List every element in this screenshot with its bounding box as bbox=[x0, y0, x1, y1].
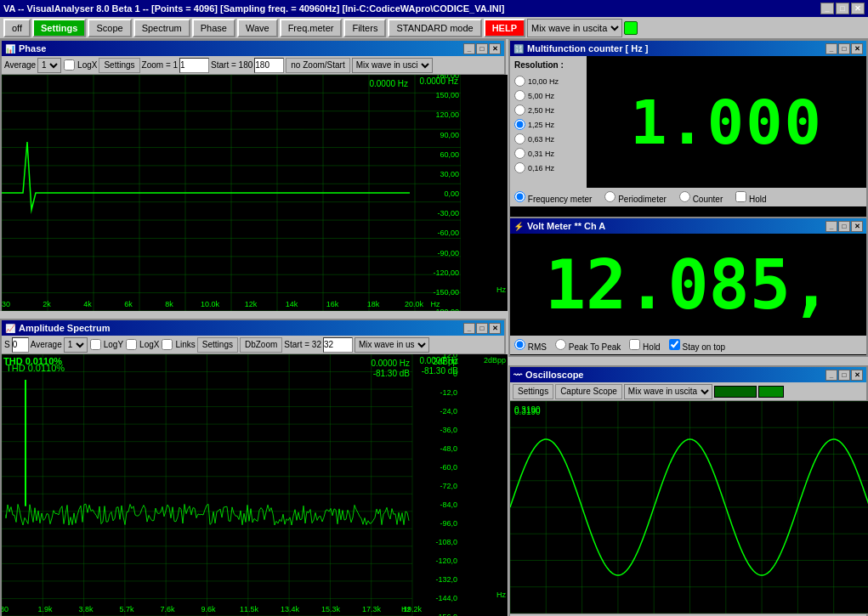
osc-level-indicator bbox=[714, 386, 757, 398]
start-label2: Start = 32 bbox=[284, 340, 321, 349]
counter-radio[interactable]: Counter bbox=[679, 191, 723, 204]
osc-minimize[interactable]: _ bbox=[825, 370, 837, 381]
db-pp-label: 2dBpp bbox=[461, 356, 508, 365]
close-button[interactable]: ✕ bbox=[851, 3, 865, 14]
res-0_63hz[interactable]: 0,63 Hz bbox=[514, 133, 582, 144]
zoom-input[interactable] bbox=[179, 58, 209, 73]
osc-level-indicator2 bbox=[758, 386, 784, 398]
phase-close[interactable]: ✕ bbox=[489, 43, 501, 54]
avg-select[interactable]: 1 bbox=[64, 337, 88, 353]
freq-meter-button[interactable]: Freq.meter bbox=[280, 19, 343, 37]
average-select[interactable]: 1 bbox=[37, 58, 61, 73]
counter-window-buttons: _ □ ✕ bbox=[825, 43, 863, 54]
res-0_16hz[interactable]: 0,16 Hz bbox=[514, 162, 582, 173]
app-title: VA -- VisualAnalyser 8.0 Beta 1 -- [Poin… bbox=[3, 3, 504, 14]
counter-close[interactable]: ✕ bbox=[851, 43, 863, 54]
osc-close[interactable]: ✕ bbox=[851, 370, 863, 381]
s-input[interactable] bbox=[12, 337, 29, 353]
counter-titlebar: 🔢 Multifunction counter [ Hz ] _ □ ✕ bbox=[510, 41, 866, 56]
maximize-button[interactable]: □ bbox=[836, 3, 849, 14]
voltmeter-icon: ⚡ bbox=[513, 222, 524, 231]
spectrum-toolbar: S Average 1 LogY LogX Links Settings DbZ… bbox=[2, 336, 504, 354]
standard-mode-button[interactable]: STANDARD mode bbox=[388, 19, 481, 37]
spectrum-button[interactable]: Spectrum bbox=[133, 19, 190, 37]
wave-button[interactable]: Wave bbox=[237, 19, 278, 37]
settings-button[interactable]: Settings bbox=[32, 19, 86, 37]
phase-button[interactable]: Phase bbox=[192, 19, 235, 37]
voltmeter-minimize[interactable]: _ bbox=[825, 221, 837, 232]
settings-btn[interactable]: Settings bbox=[99, 58, 139, 73]
logx-checkbox[interactable] bbox=[64, 59, 75, 71]
phase-toolbar: Average 1 LogX Settings Zoom = 1 Start =… bbox=[2, 56, 504, 75]
hold-checkbox[interactable]: Hold bbox=[735, 191, 766, 204]
dbzoom-btn[interactable]: DbZoom bbox=[240, 337, 282, 353]
rms-radio[interactable]: RMS bbox=[514, 339, 547, 352]
logx-checkbox2[interactable] bbox=[126, 339, 137, 350]
oscilloscope-toolbar: Settings Capture Scope Mix wave in uscit… bbox=[510, 382, 866, 401]
spectrum-mix-select[interactable]: Mix wave in us bbox=[355, 337, 429, 353]
stay-on-top-checkbox[interactable]: Stay on top bbox=[669, 339, 725, 352]
res-2_5hz[interactable]: 2,50 Hz bbox=[514, 105, 582, 116]
periodimeter-radio[interactable]: Periodimeter bbox=[604, 191, 666, 204]
spectrum-minimize[interactable]: _ bbox=[463, 323, 475, 334]
title-bar: VA -- VisualAnalyser 8.0 Beta 1 -- [Poin… bbox=[0, 0, 868, 17]
links-checkbox[interactable] bbox=[162, 339, 173, 350]
oscilloscope-chart bbox=[510, 401, 868, 613]
voltmeter-window-buttons: _ □ ✕ bbox=[825, 221, 863, 232]
spectrum-icon: 📈 bbox=[5, 324, 15, 333]
s-label: S bbox=[4, 340, 10, 349]
peak-peak-radio[interactable]: Peak To Peak bbox=[555, 339, 621, 352]
res-1_25hz[interactable]: 1,25 Hz bbox=[514, 119, 582, 130]
spectrum-maximize[interactable]: □ bbox=[476, 323, 488, 334]
spectrum-settings-btn[interactable]: Settings bbox=[197, 337, 238, 353]
zoom-label: Zoom = 1 bbox=[142, 60, 179, 70]
minimize-button[interactable]: _ bbox=[820, 3, 834, 14]
oscilloscope-chart-container: 0.3190 bbox=[510, 401, 866, 613]
spectrum-freq-value: 0.0000 Hz bbox=[419, 356, 458, 365]
voltmeter-maximize[interactable]: □ bbox=[838, 221, 850, 232]
voltmeter-footer: RMS Peak To Peak Hold Stay on top bbox=[510, 336, 866, 354]
filters-button[interactable]: Filters bbox=[343, 19, 386, 37]
phase-titlebar: 📊 Phase _ □ ✕ bbox=[2, 41, 504, 56]
spectrum-close[interactable]: ✕ bbox=[489, 323, 501, 334]
no-zoom-btn[interactable]: no Zoom/Start bbox=[286, 58, 349, 73]
voltmeter-window: ⚡ Volt Meter ** Ch A _ □ ✕ 12.085, RMS P… bbox=[508, 217, 868, 357]
oscilloscope-window-buttons: _ □ ✕ bbox=[825, 370, 863, 381]
phase-freq-value: 0.0000 Hz bbox=[419, 76, 458, 86]
average-label: Average bbox=[4, 60, 36, 70]
osc-y-value: 0.3190 bbox=[514, 405, 541, 415]
voltmeter-display: 12.085, bbox=[510, 234, 866, 336]
scope-button[interactable]: Scope bbox=[88, 19, 131, 37]
logy-label: LogY bbox=[104, 340, 123, 349]
phase-window-buttons: _ □ ✕ bbox=[463, 43, 501, 54]
phase-maximize[interactable]: □ bbox=[476, 43, 488, 54]
logy-checkbox[interactable] bbox=[90, 339, 101, 350]
capture-scope-btn[interactable]: Capture Scope bbox=[555, 384, 622, 399]
res-0_31hz[interactable]: 0,31 Hz bbox=[514, 148, 582, 159]
freq-meter-radio[interactable]: Frequency meter bbox=[514, 191, 592, 204]
spectrum-titlebar: 📈 Amplitude Spectrum _ □ ✕ bbox=[2, 320, 504, 336]
start-input[interactable] bbox=[254, 58, 284, 73]
spectrum-chart: THD 0.0110% 0.0000 Hz -81.30 dB 2dBpp Hz bbox=[2, 354, 508, 616]
phase-mix-select[interactable]: Mix wave in usci bbox=[352, 58, 433, 73]
phase-chart: 0.0000 Hz Hz bbox=[2, 75, 508, 311]
oscilloscope-window: 〰 Oscilloscope _ □ ✕ Settings Capture Sc… bbox=[508, 365, 868, 616]
help-button[interactable]: HELP bbox=[484, 19, 525, 37]
phase-minimize[interactable]: _ bbox=[463, 43, 475, 54]
res-10hz[interactable]: 10,00 Hz bbox=[514, 76, 582, 87]
oscilloscope-title: Oscilloscope bbox=[525, 370, 583, 380]
oscilloscope-titlebar: 〰 Oscilloscope _ □ ✕ bbox=[510, 367, 866, 382]
hold-vm-checkbox[interactable]: Hold bbox=[629, 339, 660, 352]
osc-mix-select[interactable]: Mix wave in uscita bbox=[624, 384, 712, 399]
osc-settings-btn[interactable]: Settings bbox=[513, 384, 553, 399]
start-input2[interactable] bbox=[323, 337, 353, 353]
phase-x-unit: Hz bbox=[496, 285, 506, 294]
off-button[interactable]: off bbox=[3, 19, 31, 37]
osc-maximize[interactable]: □ bbox=[838, 370, 850, 381]
res-5hz[interactable]: 5,00 Hz bbox=[514, 90, 582, 101]
mix-wave-select[interactable]: Mix wave in uscita bbox=[527, 19, 622, 37]
counter-minimize[interactable]: _ bbox=[825, 43, 837, 54]
counter-maximize[interactable]: □ bbox=[838, 43, 850, 54]
voltmeter-close[interactable]: ✕ bbox=[851, 221, 863, 232]
counter-value: 1.000 bbox=[630, 87, 823, 158]
